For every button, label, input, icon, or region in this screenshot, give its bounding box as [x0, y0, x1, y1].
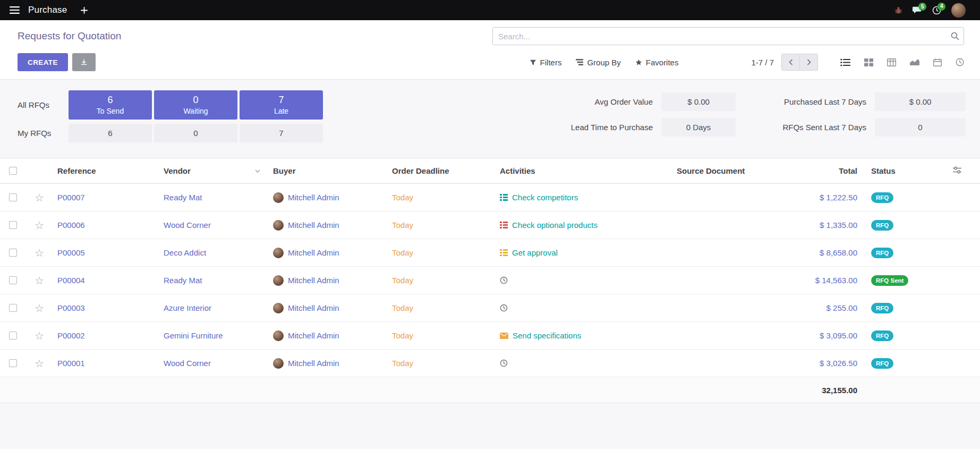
- debug-bug-icon[interactable]: [894, 6, 902, 14]
- status-badge[interactable]: RFQ: [871, 303, 893, 313]
- status-badge[interactable]: RFQ: [871, 330, 893, 341]
- calendar-view-icon[interactable]: [933, 58, 942, 66]
- clock-icon[interactable]: [500, 304, 508, 312]
- order-deadline[interactable]: Today: [392, 248, 413, 257]
- status-badge[interactable]: RFQ: [871, 192, 893, 203]
- buyer-link[interactable]: Mitchell Admin: [288, 303, 339, 312]
- favorites-button[interactable]: Favorites: [635, 58, 679, 67]
- select-all-checkbox[interactable]: [9, 167, 17, 175]
- row-checkbox[interactable]: [9, 332, 17, 340]
- order-deadline[interactable]: Today: [392, 193, 413, 202]
- clock-icon[interactable]: [500, 359, 508, 367]
- apps-menu-icon[interactable]: [10, 6, 20, 14]
- header-reference[interactable]: Reference: [53, 166, 159, 175]
- create-button[interactable]: CREATE: [18, 53, 68, 71]
- user-avatar[interactable]: [951, 3, 966, 18]
- favorite-star-icon[interactable]: ☆: [35, 192, 44, 203]
- order-deadline[interactable]: Today: [392, 220, 413, 230]
- row-checkbox[interactable]: [9, 304, 17, 312]
- messages-icon[interactable]: 5: [913, 6, 922, 14]
- group-by-button[interactable]: Group By: [576, 58, 620, 67]
- vendor-link[interactable]: Ready Mat: [164, 193, 202, 202]
- buyer-link[interactable]: Mitchell Admin: [288, 248, 339, 257]
- clock-icon[interactable]: [500, 276, 508, 284]
- favorite-star-icon[interactable]: ☆: [35, 358, 44, 369]
- reference-link[interactable]: P00004: [57, 276, 85, 285]
- optional-columns-icon[interactable]: [953, 166, 961, 175]
- activities-clock-icon[interactable]: 4: [932, 6, 941, 15]
- table-row[interactable]: ☆ P00004 Ready Mat Mitchell Admin Today …: [0, 267, 980, 294]
- kpi-late[interactable]: 7 Late: [240, 90, 323, 120]
- buyer-link[interactable]: Mitchell Admin: [288, 193, 339, 202]
- graph-view-icon[interactable]: [910, 58, 919, 66]
- header-activities[interactable]: Activities: [496, 166, 672, 175]
- reference-link[interactable]: P00005: [57, 248, 85, 257]
- reference-link[interactable]: P00002: [57, 331, 85, 340]
- search-icon[interactable]: [951, 32, 959, 42]
- buyer-link[interactable]: Mitchell Admin: [288, 276, 339, 285]
- my-kpi-to-send[interactable]: 6: [69, 124, 152, 142]
- row-checkbox[interactable]: [9, 249, 17, 257]
- filters-button[interactable]: Filters: [530, 58, 562, 67]
- buyer-link[interactable]: Mitchell Admin: [288, 220, 339, 230]
- tasks-icon[interactable]: [500, 222, 508, 228]
- order-deadline[interactable]: Today: [392, 303, 413, 312]
- activity-label[interactable]: Get approval: [512, 248, 558, 257]
- reference-link[interactable]: P00003: [57, 303, 85, 312]
- status-badge[interactable]: RFQ: [871, 220, 893, 231]
- pivot-view-icon[interactable]: [887, 58, 896, 66]
- activity-label[interactable]: Check competitors: [512, 193, 578, 202]
- reference-link[interactable]: P00006: [57, 220, 85, 230]
- row-checkbox[interactable]: [9, 193, 17, 201]
- vendor-link[interactable]: Azure Interior: [164, 303, 211, 312]
- favorite-star-icon[interactable]: ☆: [35, 303, 44, 313]
- kpi-to-send[interactable]: 6 To Send: [69, 90, 152, 120]
- vendor-link[interactable]: Gemini Furniture: [164, 331, 223, 340]
- kpi-waiting[interactable]: 0 Waiting: [154, 90, 237, 120]
- search-input[interactable]: [492, 27, 964, 45]
- buyer-link[interactable]: Mitchell Admin: [288, 359, 339, 368]
- export-download-button[interactable]: [72, 53, 96, 71]
- header-buyer[interactable]: Buyer: [269, 166, 388, 175]
- header-order-deadline[interactable]: Order Deadline: [388, 166, 496, 175]
- status-badge[interactable]: RFQ: [871, 248, 893, 258]
- table-row[interactable]: ☆ P00005 Deco Addict Mitchell Admin Toda…: [0, 239, 980, 267]
- my-kpi-late[interactable]: 7: [240, 124, 323, 142]
- app-name[interactable]: Purchase: [28, 5, 67, 15]
- table-row[interactable]: ☆ P00003 Azure Interior Mitchell Admin T…: [0, 294, 980, 322]
- header-vendor[interactable]: Vendor: [159, 166, 269, 175]
- list-view-icon[interactable]: [840, 58, 850, 66]
- status-badge[interactable]: RFQ: [871, 358, 893, 369]
- favorite-star-icon[interactable]: ☆: [35, 330, 44, 341]
- activity-label[interactable]: Check optional products: [512, 220, 598, 230]
- pager-next-button[interactable]: [800, 54, 818, 71]
- plus-icon[interactable]: [81, 7, 88, 14]
- order-deadline[interactable]: Today: [392, 276, 413, 285]
- table-row[interactable]: ☆ P00001 Wood Corner Mitchell Admin Toda…: [0, 350, 980, 377]
- header-total[interactable]: Total: [768, 166, 860, 175]
- reference-link[interactable]: P00001: [57, 359, 85, 368]
- buyer-link[interactable]: Mitchell Admin: [288, 331, 339, 340]
- table-row[interactable]: ☆ P00002 Gemini Furniture Mitchell Admin…: [0, 322, 980, 350]
- header-source-document[interactable]: Source Document: [672, 166, 768, 175]
- reference-link[interactable]: P00007: [57, 193, 85, 202]
- table-row[interactable]: ☆ P00007 Ready Mat Mitchell Admin Today …: [0, 184, 980, 211]
- order-deadline[interactable]: Today: [392, 331, 413, 340]
- favorite-star-icon[interactable]: ☆: [35, 248, 44, 258]
- tasks-icon[interactable]: [500, 249, 508, 256]
- row-checkbox[interactable]: [9, 276, 17, 284]
- activity-label[interactable]: Send specifications: [513, 331, 581, 340]
- pager-value[interactable]: 1-7 / 7: [751, 58, 774, 67]
- status-badge[interactable]: RFQ Sent: [871, 275, 908, 286]
- favorite-star-icon[interactable]: ☆: [35, 220, 44, 231]
- row-checkbox[interactable]: [9, 221, 17, 229]
- vendor-link[interactable]: Deco Addict: [164, 248, 206, 257]
- header-status[interactable]: Status: [860, 166, 930, 175]
- pager-previous-button[interactable]: [781, 54, 800, 71]
- table-row[interactable]: ☆ P00006 Wood Corner Mitchell Admin Toda…: [0, 211, 980, 239]
- my-kpi-waiting[interactable]: 0: [154, 124, 237, 142]
- kanban-view-icon[interactable]: [864, 58, 873, 66]
- vendor-link[interactable]: Ready Mat: [164, 276, 202, 285]
- sort-caret-icon[interactable]: [255, 169, 260, 173]
- vendor-link[interactable]: Wood Corner: [164, 220, 211, 230]
